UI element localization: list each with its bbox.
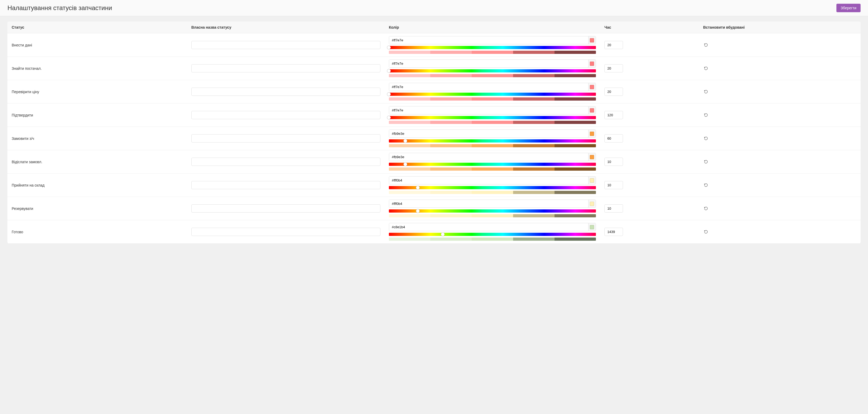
shade-row[interactable] [389,237,596,241]
shade-swatch[interactable] [430,191,472,194]
shade-swatch[interactable] [430,74,472,77]
time-input[interactable] [604,181,623,189]
hue-slider-handle[interactable] [403,139,407,143]
hue-slider[interactable] [389,163,596,166]
color-hex-input[interactable] [389,130,588,137]
hue-slider-handle[interactable] [416,209,420,213]
reset-button[interactable] [703,136,709,141]
shade-row[interactable] [389,191,596,194]
hue-slider[interactable] [389,233,596,236]
time-input[interactable] [604,228,623,236]
shade-swatch[interactable] [555,144,596,147]
hue-slider[interactable] [389,46,596,49]
shade-swatch[interactable] [472,144,513,147]
shade-swatch[interactable] [389,74,430,77]
reset-button[interactable] [703,89,709,94]
color-hex-input[interactable] [389,223,588,231]
shade-swatch[interactable] [555,191,596,194]
shade-row[interactable] [389,121,596,124]
hue-slider-handle[interactable] [403,162,407,166]
shade-swatch[interactable] [389,51,430,54]
shade-swatch[interactable] [513,74,555,77]
color-swatch-box[interactable] [588,223,596,231]
color-swatch-box[interactable] [588,106,596,114]
time-input[interactable] [604,134,623,142]
time-input[interactable] [604,111,623,119]
save-button[interactable]: Зберегти [836,4,861,12]
hue-slider-handle[interactable] [441,232,445,236]
custom-name-input[interactable] [191,64,380,72]
shade-swatch[interactable] [555,74,596,77]
custom-name-input[interactable] [191,134,380,142]
shade-swatch[interactable] [513,237,555,241]
shade-swatch[interactable] [389,144,430,147]
shade-swatch[interactable] [555,97,596,101]
custom-name-input[interactable] [191,41,380,49]
shade-swatch[interactable] [513,191,555,194]
color-hex-input[interactable] [389,177,588,184]
hue-slider-handle[interactable] [387,92,391,96]
reset-button[interactable] [703,182,709,188]
hue-slider[interactable] [389,93,596,96]
shade-row[interactable] [389,97,596,101]
hue-slider-handle[interactable] [387,116,391,120]
shade-swatch[interactable] [555,214,596,217]
hue-slider[interactable] [389,116,596,119]
shade-swatch[interactable] [555,51,596,54]
custom-name-input[interactable] [191,88,380,96]
custom-name-input[interactable] [191,158,380,166]
shade-swatch[interactable] [513,121,555,124]
shade-row[interactable] [389,74,596,77]
hue-slider-handle[interactable] [387,46,391,50]
shade-swatch[interactable] [472,121,513,124]
shade-swatch[interactable] [430,121,472,124]
shade-swatch[interactable] [472,237,513,241]
custom-name-input[interactable] [191,204,380,213]
shade-row[interactable] [389,51,596,54]
reset-button[interactable] [703,206,709,211]
shade-swatch[interactable] [513,167,555,171]
shade-swatch[interactable] [430,237,472,241]
hue-slider-handle[interactable] [416,186,420,190]
color-hex-input[interactable] [389,36,588,44]
hue-slider[interactable] [389,139,596,142]
custom-name-input[interactable] [191,181,380,189]
shade-swatch[interactable] [430,167,472,171]
shade-row[interactable] [389,144,596,147]
shade-swatch[interactable] [513,214,555,217]
reset-button[interactable] [703,159,709,164]
shade-swatch[interactable] [513,144,555,147]
color-hex-input[interactable] [389,60,588,67]
color-swatch-box[interactable] [588,36,596,44]
shade-swatch[interactable] [555,167,596,171]
shade-swatch[interactable] [389,167,430,171]
shade-swatch[interactable] [472,191,513,194]
color-swatch-box[interactable] [588,177,596,184]
shade-swatch[interactable] [430,144,472,147]
shade-swatch[interactable] [472,74,513,77]
time-input[interactable] [604,204,623,213]
color-swatch-box[interactable] [588,130,596,137]
shade-swatch[interactable] [389,121,430,124]
hue-slider[interactable] [389,186,596,189]
shade-swatch[interactable] [472,97,513,101]
color-hex-input[interactable] [389,83,588,91]
time-input[interactable] [604,88,623,96]
shade-swatch[interactable] [389,237,430,241]
shade-swatch[interactable] [389,191,430,194]
shade-swatch[interactable] [513,51,555,54]
shade-swatch[interactable] [430,214,472,217]
time-input[interactable] [604,64,623,72]
shade-swatch[interactable] [472,51,513,54]
shade-swatch[interactable] [472,167,513,171]
color-swatch-box[interactable] [588,60,596,67]
custom-name-input[interactable] [191,228,380,236]
reset-button[interactable] [703,112,709,118]
shade-swatch[interactable] [389,214,430,217]
custom-name-input[interactable] [191,111,380,119]
shade-swatch[interactable] [472,214,513,217]
shade-swatch[interactable] [555,121,596,124]
color-swatch-box[interactable] [588,153,596,161]
color-swatch-box[interactable] [588,83,596,91]
shade-swatch[interactable] [389,97,430,101]
